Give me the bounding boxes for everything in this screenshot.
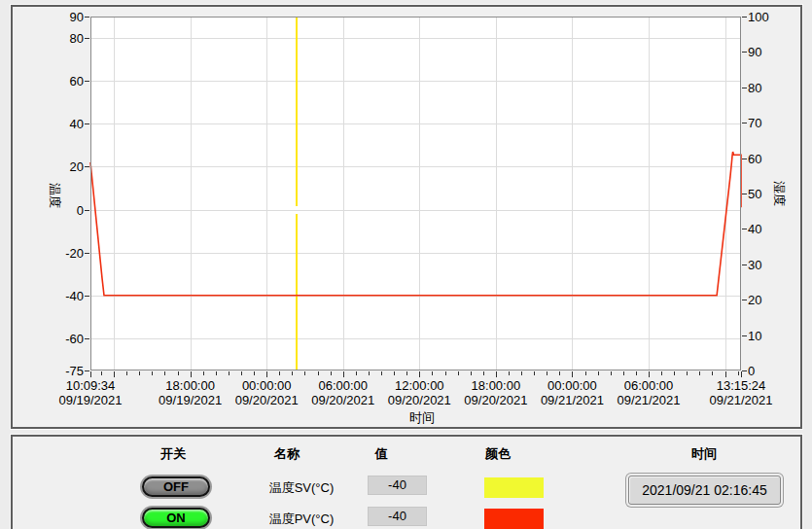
header-color: 颜色	[457, 445, 539, 463]
header-switch: 开关	[132, 445, 214, 463]
sv-switch-off-button[interactable]: OFF	[142, 476, 210, 497]
y-right-tick-label: 0	[748, 364, 791, 378]
sv-color-swatch[interactable]	[484, 477, 544, 498]
y-right-tick-label: 20	[748, 293, 791, 307]
y-left-tick-label: 80	[41, 31, 84, 46]
y-left-tick-label: -60	[41, 332, 84, 346]
header-name: 名称	[246, 445, 328, 463]
x-axis-title: 时间	[409, 409, 435, 427]
hmi-screen: { "chart_data": { "type": "line", "xlabe…	[0, 0, 812, 529]
x-tick-time: 10:09:34	[44, 378, 137, 393]
y-right-tick-label: 70	[748, 116, 791, 130]
sv-row-name: 温度SV(°C)	[233, 479, 370, 497]
x-tick-time: 06:00:00	[602, 378, 695, 393]
y-left-tick-label: -20	[41, 246, 84, 261]
y-right-tick-label: 80	[748, 81, 791, 95]
header-value: 值	[340, 445, 422, 463]
trend-plot[interactable]	[0, 0, 812, 435]
pv-row-name: 温度PV(°C)	[233, 511, 370, 528]
pv-value-display: -40	[368, 507, 427, 526]
pv-color-swatch[interactable]	[484, 509, 544, 529]
y-left-tick-label: 90	[41, 10, 84, 24]
plot-background	[90, 17, 741, 370]
x-tick-date: 09/19/2021	[44, 393, 137, 407]
pv-switch-on-button[interactable]: ON	[142, 508, 210, 528]
y-left-tick-label: 40	[41, 117, 84, 131]
y-left-tick-label: -40	[41, 289, 84, 303]
cursor-time-display: 2021/09/21 02:16:45	[628, 476, 781, 505]
x-tick-time: 13:15:24	[694, 378, 788, 393]
sv-value-display: -40	[368, 476, 427, 495]
y-left-tick-label: -75	[41, 364, 84, 378]
x-tick-date: 09/21/2021	[694, 393, 788, 407]
y-right-tick-label: 30	[748, 258, 791, 272]
header-time: 时间	[663, 445, 745, 463]
y-right-tick-label: 40	[748, 222, 791, 236]
y-right-tick-label: 50	[748, 187, 791, 201]
y-right-tick-label: 90	[748, 45, 791, 59]
y-right-tick-label: 10	[748, 329, 791, 343]
y-left-tick-label: 60	[41, 74, 84, 88]
y-right-tick-label: 100	[748, 10, 791, 24]
y-left-tick-label: 0	[41, 203, 84, 218]
x-tick-date: 09/21/2021	[602, 393, 695, 407]
y-right-tick-label: 60	[748, 152, 791, 166]
y-left-tick-label: 20	[41, 159, 84, 174]
